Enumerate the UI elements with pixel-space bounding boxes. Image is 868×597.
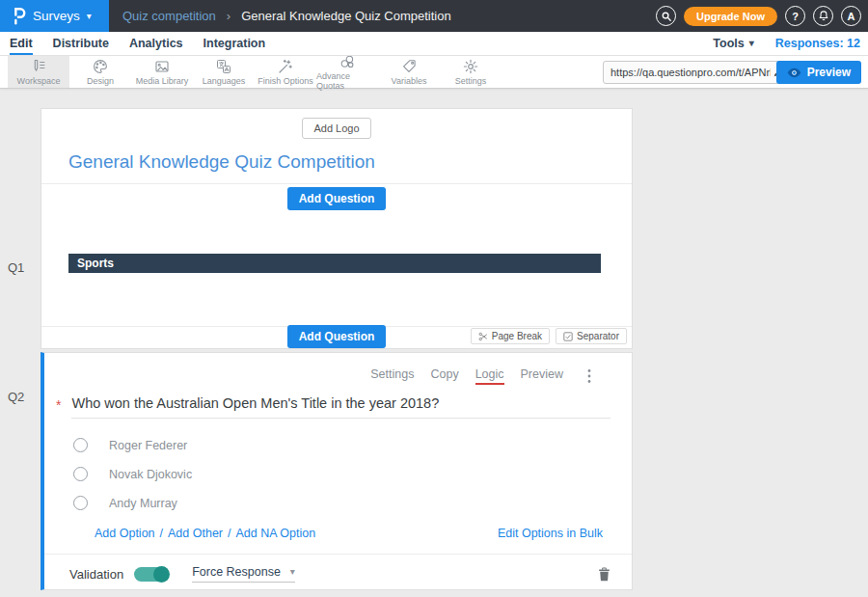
- toolbar-tab-label: Finish Options: [258, 76, 313, 86]
- toolbar-tab-variables[interactable]: Variables: [378, 56, 440, 88]
- answer-option-row: Roger Federer: [73, 438, 187, 452]
- help-button[interactable]: ?: [785, 6, 805, 26]
- question-settings-link[interactable]: Settings: [370, 367, 414, 385]
- toolbar-tab-settings[interactable]: Settings: [440, 56, 502, 88]
- avatar-initial: A: [848, 11, 855, 22]
- chevron-down-icon: ▾: [87, 12, 92, 21]
- link-slash: /: [155, 527, 168, 540]
- add-option-link[interactable]: Add Option: [95, 527, 155, 540]
- tab-edit[interactable]: Edit: [10, 32, 33, 55]
- add-question-row-top: Add Question: [41, 187, 632, 210]
- validation-type-dropdown[interactable]: Force Response ▾: [192, 565, 295, 583]
- tools-label: Tools: [713, 37, 744, 50]
- question-logic-link[interactable]: Logic: [475, 367, 504, 385]
- link-slash: /: [223, 527, 235, 540]
- separator-label: Separator: [577, 331, 619, 341]
- tab-distribute[interactable]: Distribute: [53, 32, 109, 55]
- add-logo-button[interactable]: Add Logo: [302, 118, 370, 139]
- question-text-underline: [71, 418, 610, 419]
- add-question-button-top[interactable]: Add Question: [287, 187, 387, 210]
- answer-option-label[interactable]: Novak Djokovic: [109, 468, 192, 481]
- divider: [44, 554, 632, 555]
- toolbar-tab-languages[interactable]: Languages: [193, 56, 255, 88]
- toolbar-tab-design[interactable]: Design: [69, 56, 131, 88]
- toolbar-tab-finish-options[interactable]: Finish Options: [255, 56, 316, 88]
- question-number-q2: Q2: [8, 390, 24, 404]
- notifications-button[interactable]: [813, 6, 833, 26]
- question-number-q1: Q1: [8, 260, 24, 275]
- survey-url-field[interactable]: https://qa.questionpro.com/t/APNrFZe5: [603, 61, 791, 84]
- tab-integration[interactable]: Integration: [203, 32, 266, 55]
- survey-title[interactable]: General Knowledge Quiz Competition: [68, 151, 375, 173]
- toolbar-tab-advance-quotas[interactable]: Advance Quotas: [316, 56, 378, 88]
- avatar[interactable]: A: [841, 6, 861, 26]
- tab-analytics[interactable]: Analytics: [129, 32, 183, 55]
- question-footer: Validation Force Response ▾: [69, 559, 610, 588]
- answer-option-label[interactable]: Andy Murray: [109, 497, 177, 510]
- toggle-knob: [153, 566, 170, 583]
- add-na-option-link[interactable]: Add NA Option: [236, 527, 316, 540]
- answer-option-label[interactable]: Roger Federer: [109, 439, 187, 452]
- toolbar-tab-label: Advance Quotas: [316, 71, 378, 91]
- surveys-app-menu[interactable]: Surveys ▾: [0, 0, 109, 32]
- validation-toggle[interactable]: [134, 567, 169, 582]
- edit-toolbar: Workspace Design Media Library: [0, 56, 868, 89]
- gear-icon: [463, 59, 478, 74]
- page-break-label: Page Break: [492, 331, 542, 341]
- translate-icon: [216, 59, 231, 74]
- workspace-icon: [31, 59, 46, 74]
- image-icon: [154, 59, 170, 74]
- magic-wand-icon: [278, 59, 293, 74]
- toolbar-tab-label: Languages: [203, 76, 246, 86]
- question-text-q2[interactable]: * Who won the Australian Open Men's Titl…: [56, 395, 607, 413]
- edit-options-in-bulk-link[interactable]: Edit Options in Bulk: [498, 527, 603, 540]
- eye-icon: [787, 68, 801, 78]
- question-card-q2: Settings Copy Logic Preview * Who won th…: [41, 352, 633, 590]
- bell-icon: [818, 10, 829, 22]
- delete-question-button[interactable]: [598, 567, 610, 582]
- kebab-menu-icon: [587, 368, 591, 384]
- chevron-down-icon: ▾: [749, 39, 754, 48]
- survey-nav-bar: Edit Distribute Analytics Integration To…: [0, 32, 868, 56]
- toolbar-tab-label: Settings: [455, 76, 487, 86]
- validation-label: Validation: [69, 567, 123, 582]
- tag-icon: [401, 59, 417, 74]
- breadcrumb-current: General Knowledge Quiz Competition: [241, 9, 451, 23]
- radio-button[interactable]: [73, 496, 88, 510]
- palette-icon: [93, 59, 108, 74]
- upgrade-now-button[interactable]: Upgrade Now: [684, 7, 777, 26]
- checkbox-icon: [563, 332, 573, 341]
- page-break-separator-group: Page Break Separator: [471, 328, 627, 344]
- separator-button[interactable]: Separator: [556, 328, 627, 344]
- tools-menu[interactable]: Tools ▾: [713, 37, 753, 50]
- add-other-link[interactable]: Add Other: [168, 527, 223, 540]
- page-break-button[interactable]: Page Break: [471, 328, 550, 344]
- breadcrumb-parent[interactable]: Quiz competition: [122, 9, 216, 23]
- question-preview-link[interactable]: Preview: [521, 367, 563, 385]
- divider: [41, 183, 632, 184]
- toolbar-tab-label: Media Library: [136, 76, 189, 86]
- toolbar-tab-workspace[interactable]: Workspace: [8, 56, 69, 88]
- search-button[interactable]: [656, 6, 676, 26]
- radio-button[interactable]: [73, 467, 88, 481]
- toolbar-tab-label: Design: [87, 76, 114, 86]
- questionpro-logo-icon: [14, 7, 26, 25]
- toolbar-tab-label: Variables: [392, 76, 427, 86]
- answer-option-row: Andy Murray: [73, 496, 177, 510]
- toolbar-tab-media-library[interactable]: Media Library: [131, 56, 193, 88]
- nav-right: Tools ▾ Responses: 12: [713, 32, 868, 55]
- question-more-menu[interactable]: [585, 366, 593, 386]
- radio-button[interactable]: [73, 438, 88, 452]
- section-header-q1[interactable]: Sports: [68, 254, 601, 273]
- breadcrumb: Quiz competition › General Knowledge Qui…: [122, 9, 656, 23]
- breadcrumb-chevron-icon: ›: [227, 9, 231, 23]
- add-question-button-bottom[interactable]: Add Question: [287, 325, 387, 348]
- preview-label: Preview: [807, 66, 851, 79]
- top-header-bar: Surveys ▾ Quiz competition › General Kno…: [0, 0, 868, 32]
- question-copy-link[interactable]: Copy: [430, 367, 458, 385]
- question-menu: Settings Copy Logic Preview: [370, 366, 593, 386]
- add-logo-row: Add Logo: [41, 118, 632, 139]
- preview-button[interactable]: Preview: [776, 61, 861, 84]
- nav-items: Edit Distribute Analytics Integration: [0, 32, 265, 55]
- responses-link[interactable]: Responses: 12: [775, 37, 860, 50]
